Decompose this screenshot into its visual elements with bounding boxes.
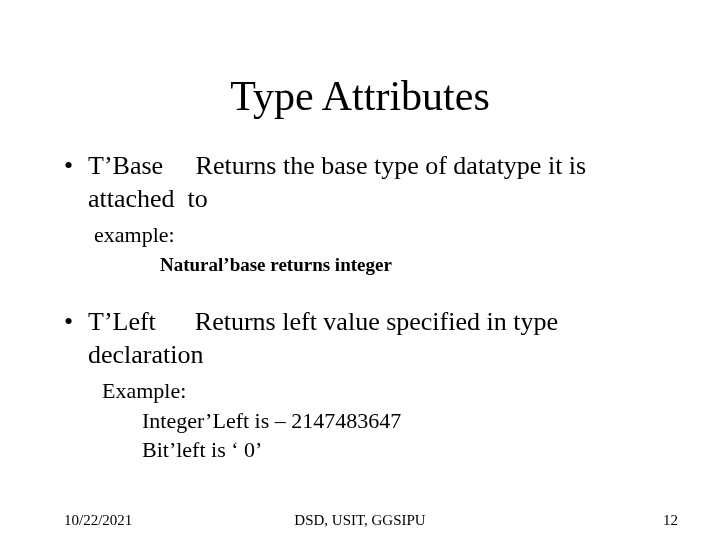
bullet-item: T’Base Returns the base type of datatype… [64,150,660,215]
bullet-sub-example-label: example: [64,221,660,249]
footer-center-text: DSD, USIT, GGSIPU [0,512,720,529]
footer-page-number: 12 [663,512,678,529]
bullet-sub-example-line: Bit’left is ‘ 0’ [64,436,660,464]
bullet-sub-example-text: Natural’base returns integer [64,253,660,277]
bullet-item: T’Left Returns left value specified in t… [64,306,660,371]
bullet-sub-example-label: Example: [64,377,660,405]
slide-title: Type Attributes [0,72,720,120]
bullet-sub-example-line: Integer’Left is – 2147483647 [64,407,660,435]
slide-body: T’Base Returns the base type of datatype… [64,150,660,466]
slide: Type Attributes T’Base Returns the base … [0,0,720,540]
